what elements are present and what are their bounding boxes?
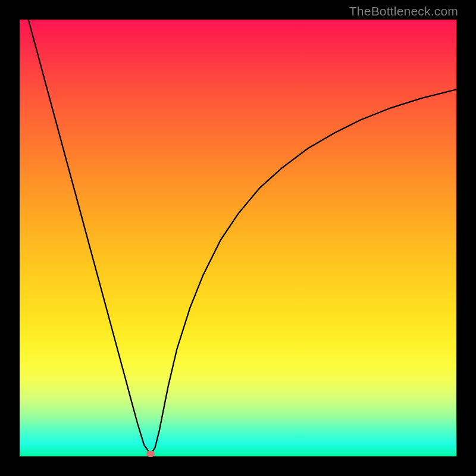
chart-frame: TheBottleneck.com: [0, 0, 476, 476]
optimum-marker: [146, 451, 155, 457]
watermark-text: TheBottleneck.com: [349, 4, 458, 18]
bottleneck-curve: [29, 20, 456, 454]
curve-svg: [20, 20, 456, 456]
plot-area: [20, 20, 456, 456]
